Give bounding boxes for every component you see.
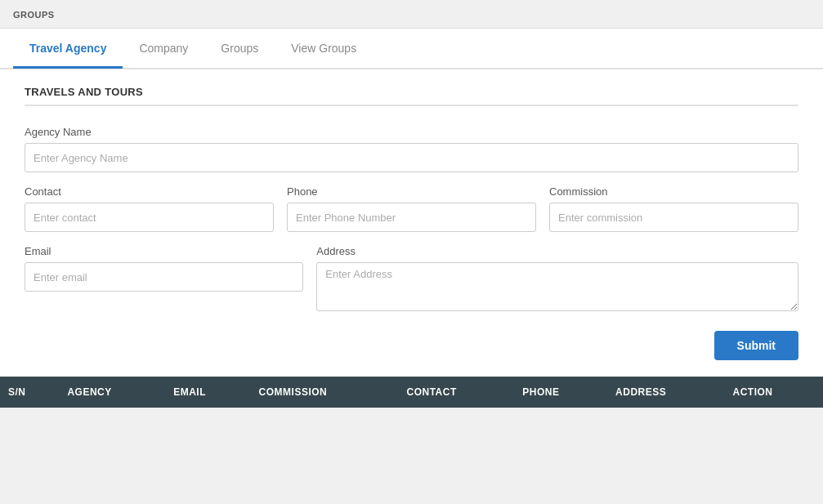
tab-view-groups[interactable]: View Groups <box>275 30 373 69</box>
col-contact: CONTACT <box>399 377 515 408</box>
submit-button[interactable]: Submit <box>714 331 798 360</box>
agency-name-group: Agency Name <box>25 126 798 172</box>
data-table: S/N AGENCY EMAIL COMMISSION CONTACT PHON… <box>0 377 823 408</box>
col-email: EMAIL <box>165 377 250 408</box>
commission-label: Commission <box>549 185 798 198</box>
nav-tabs: Travel Agency Company Groups View Groups <box>0 29 823 69</box>
address-label: Address <box>316 245 798 257</box>
table-header-row: S/N AGENCY EMAIL COMMISSION CONTACT PHON… <box>0 377 823 408</box>
tab-travel-agency[interactable]: Travel Agency <box>13 30 123 69</box>
commission-input[interactable] <box>549 203 798 232</box>
agency-name-label: Agency Name <box>25 126 798 138</box>
contact-input[interactable] <box>25 203 274 232</box>
main-content: TRAVELS AND TOURS Agency Name Contact Ph… <box>0 69 823 377</box>
tab-groups[interactable]: Groups <box>204 30 275 69</box>
email-label: Email <box>25 245 303 257</box>
tab-company[interactable]: Company <box>123 30 204 69</box>
phone-input[interactable] <box>287 203 536 232</box>
agency-name-input[interactable] <box>25 143 798 172</box>
top-bar: GROUPS <box>0 0 823 29</box>
col-sn: S/N <box>0 377 59 408</box>
address-input[interactable] <box>316 262 798 311</box>
email-input[interactable] <box>25 262 303 292</box>
col-commission: COMMISSION <box>251 377 399 408</box>
phone-group: Phone <box>287 185 536 232</box>
section-title: TRAVELS AND TOURS <box>25 86 798 106</box>
email-group: Email <box>25 245 303 314</box>
col-phone: PHONE <box>514 377 607 408</box>
page-title: GROUPS <box>13 10 55 20</box>
commission-group: Commission <box>549 185 798 232</box>
col-action: ACTION <box>725 377 823 408</box>
phone-label: Phone <box>287 185 536 198</box>
submit-row: Submit <box>25 331 798 360</box>
col-agency: AGENCY <box>59 377 165 408</box>
email-address-row: Email Address <box>25 245 798 314</box>
col-address: ADDRESS <box>607 377 724 408</box>
contact-label: Contact <box>25 185 274 198</box>
contact-group: Contact <box>25 185 274 232</box>
address-group: Address <box>316 245 798 314</box>
table-header: S/N AGENCY EMAIL COMMISSION CONTACT PHON… <box>0 377 823 408</box>
contact-phone-commission-row: Contact Phone Commission <box>25 185 798 232</box>
